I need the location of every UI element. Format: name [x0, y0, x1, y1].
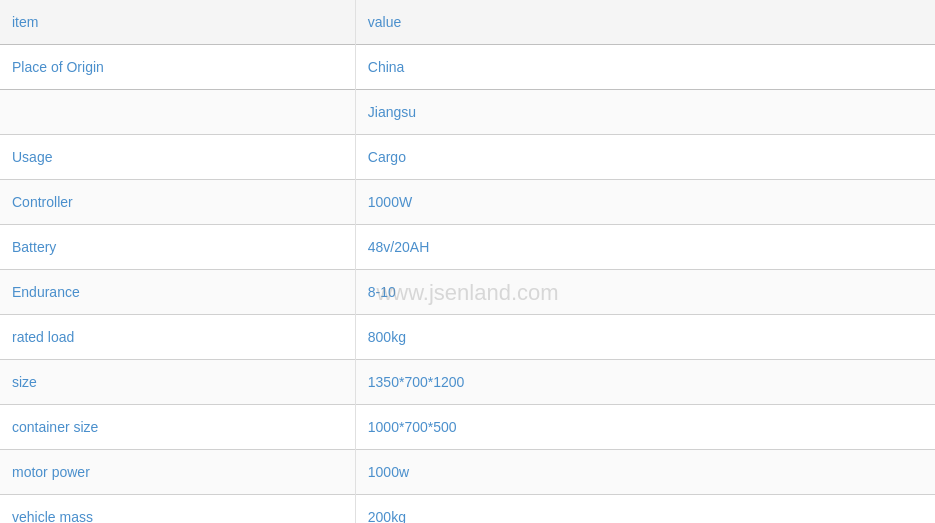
table-row: Place of OriginChina	[0, 45, 935, 90]
table-row: UsageCargo	[0, 135, 935, 180]
header-value: value	[355, 0, 935, 45]
row-value-9: 1000w	[355, 450, 935, 495]
table-row: motor power1000w	[0, 450, 935, 495]
row-item-2: Usage	[0, 135, 355, 180]
table-header: item value	[0, 0, 935, 45]
table-row: Endurance8-10	[0, 270, 935, 315]
table-row: Controller1000W	[0, 180, 935, 225]
row-value-3: 1000W	[355, 180, 935, 225]
row-item-4: Battery	[0, 225, 355, 270]
row-value-2: Cargo	[355, 135, 935, 180]
row-item-8: container size	[0, 405, 355, 450]
row-item-6: rated load	[0, 315, 355, 360]
table-row: size1350*700*1200	[0, 360, 935, 405]
row-item-7: size	[0, 360, 355, 405]
row-item-0: Place of Origin	[0, 45, 355, 90]
row-item-9: motor power	[0, 450, 355, 495]
row-value-7: 1350*700*1200	[355, 360, 935, 405]
row-item-1	[0, 90, 355, 135]
row-value-4: 48v/20AH	[355, 225, 935, 270]
row-value-6: 800kg	[355, 315, 935, 360]
row-value-1: Jiangsu	[355, 90, 935, 135]
table-row: vehicle mass200kg	[0, 495, 935, 524]
table-row: container size1000*700*500	[0, 405, 935, 450]
row-value-10: 200kg	[355, 495, 935, 524]
specs-table: www.jsenland.com item value Place of Ori…	[0, 0, 935, 523]
row-value-0: China	[355, 45, 935, 90]
table-row: Jiangsu	[0, 90, 935, 135]
row-item-3: Controller	[0, 180, 355, 225]
row-value-8: 1000*700*500	[355, 405, 935, 450]
row-item-5: Endurance	[0, 270, 355, 315]
row-item-10: vehicle mass	[0, 495, 355, 524]
row-value-5: 8-10	[355, 270, 935, 315]
table-row: rated load800kg	[0, 315, 935, 360]
table-row: Battery48v/20AH	[0, 225, 935, 270]
header-item: item	[0, 0, 355, 45]
